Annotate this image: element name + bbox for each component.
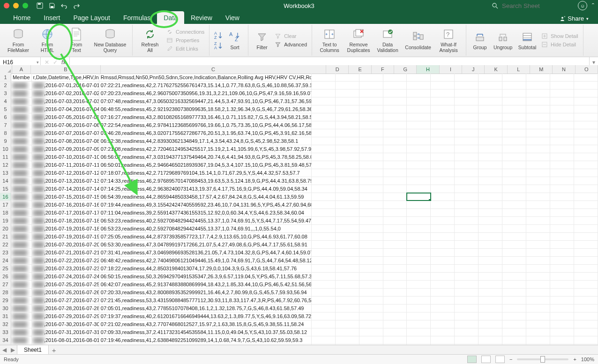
connections-button[interactable]: Connections	[165, 28, 205, 36]
sheet-nav-next[interactable]: ▶	[8, 347, 17, 353]
cell[interactable]	[502, 97, 526, 105]
cell[interactable]: Membe	[11, 74, 32, 81]
cell[interactable]	[431, 74, 455, 81]
cell[interactable]	[550, 82, 574, 89]
tab-review[interactable]: Review	[184, 11, 219, 24]
cell[interactable]	[312, 137, 336, 145]
row-header[interactable]: 31	[0, 312, 11, 320]
cell[interactable]	[550, 225, 574, 232]
cell[interactable]	[336, 113, 359, 121]
cell[interactable]	[502, 233, 526, 240]
cell[interactable]	[383, 249, 407, 256]
cell[interactable]	[502, 209, 526, 216]
row-header[interactable]: 15	[0, 185, 11, 193]
cell[interactable]	[336, 145, 359, 153]
cell[interactable]	[502, 121, 526, 129]
cell[interactable]	[431, 185, 455, 193]
cell[interactable]	[407, 89, 431, 97]
cell[interactable]: 06:56:07,readiness,47,3.0319437713754946…	[99, 153, 312, 161]
cell[interactable]	[478, 241, 502, 248]
cell[interactable]	[574, 217, 598, 224]
cell[interactable]: 07:22:54,readiness,46,2.9784112368569976…	[99, 121, 312, 129]
cell[interactable]: ███,2016-07-31,2016-07-31	[32, 328, 99, 336]
cell[interactable]	[526, 137, 550, 145]
cell[interactable]	[312, 320, 336, 328]
cell[interactable]	[455, 289, 478, 296]
cell[interactable]	[383, 297, 407, 304]
row-header[interactable]: 28	[0, 289, 11, 296]
cell[interactable]	[550, 113, 574, 121]
cell[interactable]: ███,2016-07-10,2016-07-10	[32, 153, 99, 161]
cell[interactable]	[336, 89, 359, 97]
cell[interactable]	[431, 145, 455, 153]
cell[interactable]: ███,2016-07-12,2016-07-12	[32, 169, 99, 177]
zoom-slider[interactable]	[517, 358, 568, 360]
cell[interactable]	[502, 105, 526, 113]
cell[interactable]	[526, 297, 550, 304]
cell[interactable]	[359, 185, 383, 193]
cell[interactable]	[502, 320, 526, 328]
row-header[interactable]: 16	[0, 193, 11, 201]
cell[interactable]	[431, 297, 455, 304]
cell[interactable]	[431, 201, 455, 208]
cell[interactable]: ████	[11, 281, 32, 288]
cell[interactable]	[574, 225, 598, 232]
cell[interactable]: 07:07:48,readiness,47,3.0650321633256944…	[99, 97, 312, 105]
cell[interactable]	[526, 97, 550, 105]
cell[interactable]	[336, 273, 359, 280]
cell[interactable]	[312, 328, 336, 336]
cell[interactable]: 07:21:45,readiness,53,3.4315908848577711…	[99, 297, 312, 304]
cell[interactable]	[574, 113, 598, 121]
cell[interactable]	[431, 328, 455, 336]
cell[interactable]	[455, 121, 478, 129]
cell[interactable]	[455, 328, 478, 336]
cell[interactable]: ████	[11, 97, 32, 105]
cell[interactable]	[312, 97, 336, 105]
cell[interactable]	[526, 312, 550, 320]
cell[interactable]	[550, 145, 574, 153]
cell[interactable]	[359, 193, 383, 201]
tab-page-layout[interactable]: Page Layout	[67, 11, 117, 24]
cell[interactable]	[336, 177, 359, 185]
row-header[interactable]: 1	[0, 74, 11, 81]
cell[interactable]	[431, 161, 455, 169]
cell[interactable]	[383, 97, 407, 105]
cell[interactable]	[336, 305, 359, 312]
cell[interactable]	[574, 153, 598, 161]
cell[interactable]	[383, 113, 407, 121]
cell[interactable]	[431, 153, 455, 161]
cell[interactable]	[526, 249, 550, 256]
cell[interactable]	[312, 201, 336, 208]
cell[interactable]	[455, 145, 478, 153]
cell[interactable]	[336, 249, 359, 256]
cell[interactable]	[336, 312, 359, 320]
cell[interactable]	[526, 328, 550, 336]
cell[interactable]: ████	[11, 121, 32, 129]
cell[interactable]	[407, 225, 431, 232]
cell[interactable]: ████	[11, 105, 32, 113]
cell[interactable]	[312, 265, 336, 272]
cell[interactable]	[550, 297, 574, 304]
cell[interactable]	[574, 82, 598, 89]
row-header[interactable]: 25	[0, 265, 11, 272]
cell[interactable]	[383, 336, 407, 344]
column-header-E[interactable]: E	[349, 65, 371, 74]
cell[interactable]	[383, 137, 407, 145]
cell[interactable]	[431, 177, 455, 185]
cell[interactable]: 07:20:23,readiness,46,2.96075007350956,1…	[99, 89, 312, 97]
cell[interactable]	[455, 297, 478, 304]
sort-desc-button[interactable]: ZA	[213, 41, 224, 50]
cell[interactable]	[526, 74, 550, 81]
cell[interactable]	[478, 297, 502, 304]
cell[interactable]	[359, 169, 383, 177]
cell[interactable]	[526, 161, 550, 169]
cell[interactable]	[574, 129, 598, 137]
cell[interactable]: ████	[11, 169, 32, 177]
cell[interactable]	[359, 137, 383, 145]
row-header[interactable]: 14	[0, 177, 11, 185]
cell[interactable]: ████	[11, 153, 32, 161]
cell[interactable]	[478, 89, 502, 97]
cell[interactable]	[550, 137, 574, 145]
cell[interactable]	[574, 201, 598, 208]
cell[interactable]	[312, 169, 336, 177]
